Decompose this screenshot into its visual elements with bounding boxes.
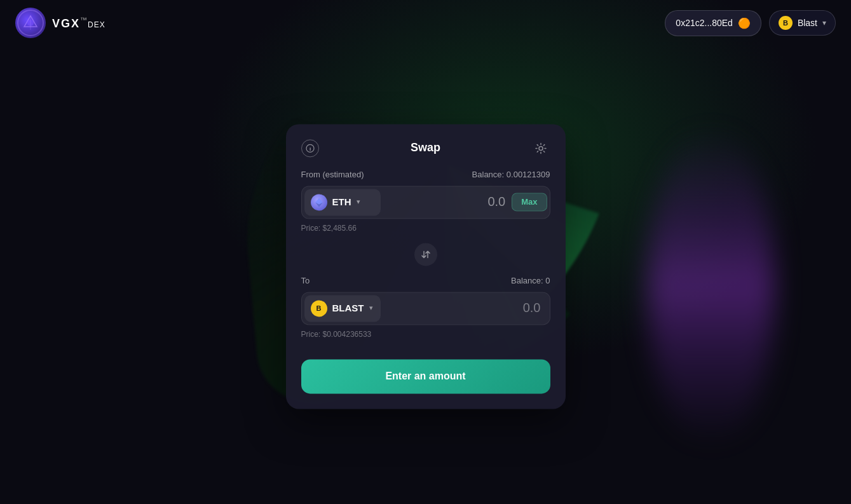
wallet-emoji: 🟠 [738, 17, 751, 29]
from-token-name: ETH [332, 196, 351, 207]
settings-icon[interactable] [532, 139, 550, 157]
from-token-selector[interactable]: ETH ▾ [304, 189, 381, 215]
to-amount-area: 0.0 [381, 301, 547, 315]
from-section: From (estimated) Balance: 0.00121309 ETH… [301, 170, 550, 233]
chevron-down-icon: ▾ [822, 18, 826, 27]
svg-marker-0 [24, 16, 37, 27]
logo: VGX™DEX [15, 8, 106, 38]
from-token-chevron: ▾ [357, 198, 360, 206]
from-balance: Balance: 0.00121309 [472, 170, 550, 179]
to-label: To [301, 276, 310, 285]
from-token-row: ETH ▾ 0.0 Max [301, 186, 550, 219]
to-token-selector[interactable]: B BLAST ▾ [304, 295, 381, 322]
from-amount: 0.0 [487, 194, 505, 209]
from-label-row: From (estimated) Balance: 0.00121309 [301, 170, 550, 179]
to-amount: 0.0 [523, 301, 541, 315]
from-price: Price: $2,485.66 [301, 224, 550, 233]
wallet-address: 0x21c2...80Ed [676, 18, 733, 28]
network-button[interactable]: B Blast ▾ [769, 10, 836, 36]
to-label-row: To Balance: 0 [301, 276, 550, 285]
to-section: To Balance: 0 B BLAST ▾ 0.0 Price: $0.00… [301, 276, 550, 339]
logo-icon [15, 8, 46, 38]
bg-purple [648, 127, 775, 445]
from-amount-area: 0.0 [381, 194, 512, 209]
network-name: Blast [798, 18, 817, 28]
to-token-name: BLAST [332, 303, 364, 313]
swap-direction-button[interactable] [301, 243, 550, 266]
swap-arrows-icon [414, 243, 437, 266]
svg-point-5 [539, 146, 543, 150]
wallet-button[interactable]: 0x21c2...80Ed 🟠 [665, 10, 761, 36]
to-price: Price: $0.004236533 [301, 330, 550, 339]
header: VGX™DEX 0x21c2...80Ed 🟠 B Blast ▾ [0, 0, 851, 46]
to-token-row: B BLAST ▾ 0.0 [301, 292, 550, 325]
blast-token-icon: B [311, 300, 327, 317]
header-right: 0x21c2...80Ed 🟠 B Blast ▾ [665, 10, 836, 36]
swap-card: i Swap From (estimated) Balance: 0.00121… [286, 124, 566, 409]
swap-title: Swap [411, 141, 440, 154]
max-button[interactable]: Max [512, 193, 547, 211]
logo-text: VGX™DEX [52, 16, 106, 31]
enter-amount-button[interactable]: Enter an amount [301, 359, 550, 393]
network-icon: B [779, 16, 793, 30]
from-label: From (estimated) [301, 170, 364, 179]
info-icon[interactable]: i [301, 139, 319, 157]
to-balance: Balance: 0 [511, 276, 550, 285]
svg-point-1 [27, 20, 34, 26]
eth-icon [311, 194, 327, 210]
svg-text:i: i [309, 146, 310, 152]
to-token-chevron: ▾ [369, 304, 373, 312]
card-header: i Swap [301, 139, 550, 157]
